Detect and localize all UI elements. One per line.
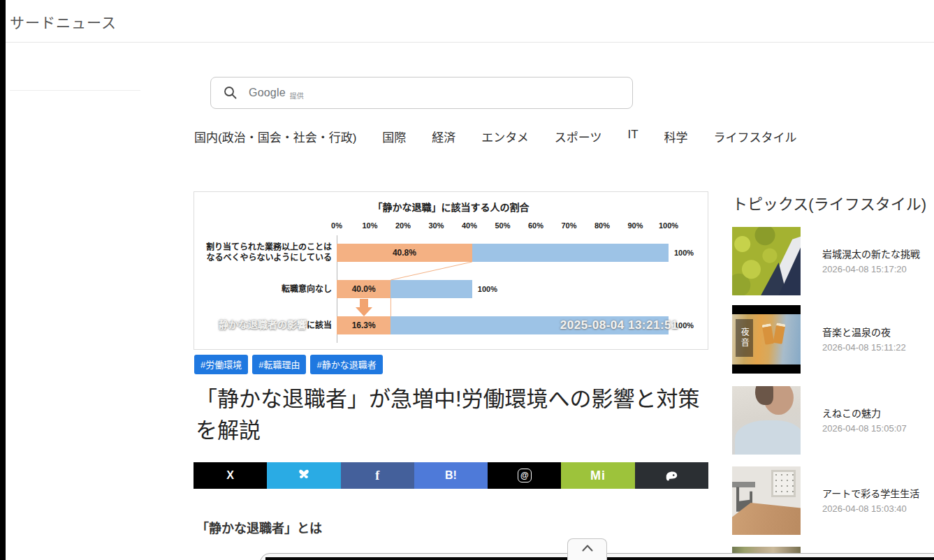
topic-item-1[interactable]: 岩城滉太の新たな挑戦 2026-04-08 15:17:20 bbox=[732, 227, 934, 295]
down-arrow-icon bbox=[356, 299, 372, 317]
scroll-to-top-button[interactable] bbox=[567, 538, 607, 560]
axis-tick-label: 70% bbox=[554, 221, 585, 230]
bluesky-butterfly-icon bbox=[297, 469, 311, 482]
thumbnail-overlay-text: 夜音 bbox=[736, 319, 753, 358]
hatena-icon: B! bbox=[445, 469, 457, 482]
bar-highlight-segment: 40.0% bbox=[337, 280, 391, 298]
article-title: 「静かな退職者」が急増中!労働環境への影響と対策を解説 bbox=[196, 383, 701, 446]
topic-item-4[interactable]: アートで彩る学生生活 2026-04-08 15:03:40 bbox=[732, 466, 934, 535]
window-edge bbox=[0, 0, 6, 560]
axis-tick-label: 100% bbox=[653, 221, 684, 230]
site-logo[interactable]: サードニュース bbox=[10, 11, 117, 32]
axis-tick-label: 80% bbox=[587, 221, 618, 230]
article-chart: 「静かな退職」に該当する人の割合 0%10%20%30%40%50%60%70%… bbox=[194, 191, 708, 350]
share-x-button[interactable]: X bbox=[194, 462, 267, 489]
nav-item-economy[interactable]: 経済 bbox=[432, 128, 455, 145]
axis-tick-label: 60% bbox=[520, 221, 551, 230]
topic-thumbnail-3 bbox=[732, 386, 801, 455]
x-icon: X bbox=[226, 469, 234, 482]
axis-tick-label: 50% bbox=[488, 221, 518, 230]
chart-category-label: 転職意向なし bbox=[194, 280, 332, 298]
nav-item-sports[interactable]: スポーツ bbox=[555, 128, 602, 145]
nav-item-lifestyle[interactable]: ライフスタイル bbox=[714, 128, 797, 145]
search-box[interactable]: Google 提供 bbox=[210, 77, 633, 109]
share-facebook-button[interactable]: f bbox=[341, 462, 414, 489]
share-misskey-button[interactable]: Mi bbox=[561, 462, 634, 489]
threads-icon: @ bbox=[518, 469, 532, 482]
chart-title: 「静かな退職」に該当する人の割合 bbox=[194, 200, 708, 214]
tag-row: #労働環境 #転職理由 #静かな退職者 bbox=[194, 355, 383, 374]
axis-tick-label: 40% bbox=[454, 221, 485, 230]
facebook-icon: f bbox=[375, 469, 379, 483]
section-heading: 「静かな退職者」とは bbox=[196, 518, 322, 536]
tag-job-change-reason[interactable]: #転職理由 bbox=[252, 355, 306, 374]
topic-title: 音楽と温泉の夜 bbox=[822, 326, 934, 339]
bar-highlight-segment: 16.3% bbox=[337, 316, 391, 334]
search-placeholder-brand: Google bbox=[249, 87, 286, 99]
chevron-up-icon bbox=[582, 545, 593, 552]
topic-title: えねこの魅力 bbox=[822, 407, 934, 420]
sidebar-heading: トピックス(ライフスタイル) bbox=[732, 191, 926, 214]
tag-quiet-quitter[interactable]: #静かな退職者 bbox=[310, 355, 382, 374]
axis-tick-label: 90% bbox=[620, 221, 651, 230]
axis-tick-label: 20% bbox=[388, 221, 418, 230]
share-bar: X f B! @ Mi bbox=[194, 462, 708, 489]
nav-item-domestic[interactable]: 国内(政治・国会・社会・行政) bbox=[194, 128, 356, 145]
topic-timestamp: 2026-04-08 15:11:22 bbox=[822, 342, 934, 353]
chart-category-label: 静かな退職者の影響に該当 bbox=[194, 316, 332, 334]
topic-title: 岩城滉太の新たな挑戦 bbox=[822, 248, 934, 261]
chart-category-label: 割り当てられた業務以上のことはなるべくやらないようにしている bbox=[194, 244, 332, 262]
bar-total-label: 100% bbox=[478, 280, 497, 298]
tag-labor-environment[interactable]: #労働環境 bbox=[194, 355, 248, 374]
bar-rest-segment bbox=[472, 244, 669, 262]
mastodon-icon bbox=[664, 469, 679, 482]
axis-tick-label: 30% bbox=[421, 221, 452, 230]
category-nav: 国内(政治・国会・社会・行政) 国際 経済 エンタメ スポーツ IT 科学 ライ… bbox=[194, 128, 797, 145]
axis-tick-label: 0% bbox=[321, 221, 352, 230]
share-hatena-button[interactable]: B! bbox=[414, 462, 488, 489]
search-icon bbox=[224, 86, 238, 100]
share-mastodon-button[interactable] bbox=[635, 462, 708, 489]
nav-item-international[interactable]: 国際 bbox=[382, 128, 406, 145]
topic-timestamp: 2026-04-08 15:03:40 bbox=[822, 503, 934, 514]
watermark-label: 静かな退職者の影響 bbox=[219, 319, 307, 330]
bar-highlight-segment: 40.8% bbox=[337, 244, 472, 262]
share-threads-button[interactable]: @ bbox=[488, 462, 561, 489]
topic-item-2[interactable]: 夜音 音楽と温泉の夜 2026-04-08 15:11:22 bbox=[732, 305, 934, 374]
topic-item-3[interactable]: えねこの魅力 2026-04-08 15:05:07 bbox=[732, 386, 934, 455]
nav-item-science[interactable]: 科学 bbox=[664, 128, 688, 145]
topic-timestamp: 2026-04-08 15:17:20 bbox=[822, 264, 934, 274]
watermark-timestamp: 2025-08-04 13:21:51 bbox=[560, 318, 678, 332]
share-bluesky-button[interactable] bbox=[267, 462, 340, 489]
nav-item-it[interactable]: IT bbox=[628, 128, 639, 145]
nav-item-entertainment[interactable]: エンタメ bbox=[481, 128, 529, 145]
topic-thumbnail-4 bbox=[732, 466, 801, 535]
bar-rest-segment bbox=[391, 280, 472, 298]
bar-total-label: 100% bbox=[674, 244, 694, 262]
topic-timestamp: 2026-04-08 15:05:07 bbox=[822, 423, 934, 434]
site-header: サードニュース bbox=[6, 0, 934, 43]
search-provider-note: 提供 bbox=[290, 90, 304, 101]
left-column-divider bbox=[10, 90, 140, 91]
axis-tick-label: 10% bbox=[355, 221, 386, 230]
misskey-icon: Mi bbox=[590, 469, 606, 483]
topic-thumbnail-1 bbox=[732, 227, 801, 295]
topic-title: アートで彩る学生生活 bbox=[822, 487, 934, 501]
topic-thumbnail-2: 夜音 bbox=[732, 305, 801, 374]
